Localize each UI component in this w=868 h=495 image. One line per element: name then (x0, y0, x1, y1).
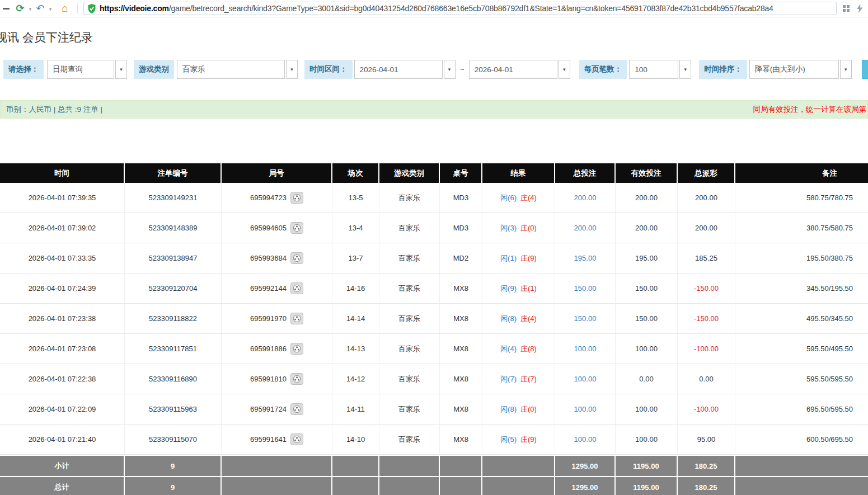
extensions-grid-icon[interactable] (843, 5, 850, 12)
refresh-icon[interactable]: ⟳ (15, 2, 26, 15)
cell-round: 695994605 (222, 213, 332, 243)
video-replay-icon[interactable] (290, 343, 303, 355)
result-banker: 庄(9) (520, 253, 537, 263)
subtotal-count: 9 (125, 456, 222, 476)
date-from-picker[interactable]: 2026-04-01 ▼ (354, 60, 456, 79)
total-bet-link[interactable]: 100.00 (574, 375, 597, 383)
refresh-menu-caret-icon[interactable]: ▾ (27, 7, 33, 12)
total-payout: 180.25 (678, 477, 735, 495)
video-replay-icon[interactable] (290, 192, 303, 204)
date-to-value: 2026-04-01 (469, 60, 557, 79)
cell-payout: 0.00 (678, 364, 735, 394)
chevron-down-icon[interactable]: ▼ (444, 60, 456, 79)
query-type-select[interactable]: 日期查询 ▼ (47, 60, 127, 79)
cell-payout: -100.00 (678, 394, 735, 425)
subtotal-row: 小计 9 1295.00 1195.00 180.25 (0, 456, 868, 476)
round-number: 695991886 (250, 345, 287, 353)
header-total-bet: 总投注 (555, 163, 616, 183)
undo-icon[interactable]: ↶ (35, 2, 46, 15)
security-shield-icon (88, 4, 96, 13)
header-result: 结果 (482, 163, 555, 183)
cell-valid-bet: 200.00 (616, 183, 678, 213)
total-bet-link[interactable]: 100.00 (574, 405, 597, 413)
cell-payout: 200.00 (678, 213, 735, 243)
cell-result: 闲(4) 庄(8) (482, 334, 555, 364)
cell-session: 14-12 (332, 364, 379, 394)
page-size-value: 100 (629, 60, 678, 79)
subtotal-payout: 180.25 (678, 456, 735, 476)
summary-notice: 同局有效投注，统一计算在该局第 (753, 105, 867, 115)
chevron-down-icon[interactable]: ▼ (840, 60, 852, 79)
round-number: 695993684 (250, 254, 287, 262)
cell-time: 2026-04-01 07:39:35 (0, 183, 125, 213)
video-replay-icon[interactable] (290, 313, 303, 324)
header-bet-id: 注单编号 (125, 163, 222, 183)
total-bet-link[interactable]: 100.00 (574, 345, 597, 353)
cell-result: 闲(5) 庄(9) (482, 425, 555, 455)
cell-total-bet: 200.00 (555, 213, 616, 243)
total-bet-link[interactable]: 100.00 (574, 435, 597, 444)
video-replay-icon[interactable] (290, 222, 303, 234)
cell-note: 595.50/595.50 (735, 364, 868, 394)
total-bet-link[interactable]: 200.00 (574, 194, 597, 202)
home-icon[interactable]: ⌂ (58, 2, 72, 15)
result-player: 闲(8) (500, 314, 517, 324)
cell-total-bet: 100.00 (555, 425, 616, 455)
url-domain: https://videoie.com (100, 4, 169, 13)
video-replay-icon[interactable] (290, 252, 303, 264)
cell-table: MX8 (440, 304, 482, 334)
total-bet-link[interactable]: 150.00 (574, 314, 597, 323)
chevron-down-icon[interactable]: ▼ (679, 60, 691, 79)
header-payout: 总派彩 (678, 163, 735, 183)
chevron-down-icon[interactable]: ▼ (286, 60, 298, 79)
undo-menu-caret-icon[interactable]: ▾ (48, 7, 53, 12)
cell-time: 2026-04-01 07:33:35 (0, 243, 125, 274)
video-replay-icon[interactable] (290, 373, 303, 385)
video-replay-icon[interactable] (290, 433, 303, 445)
browser-toolbar: ⟳ ▾ ↶ ▾ ⌂ https://videoie.com/game/betre… (0, 0, 868, 17)
video-replay-icon[interactable] (290, 282, 303, 294)
sort-order-select[interactable]: 降幂(由大到小) ▼ (749, 60, 852, 79)
cell-valid-bet: 100.00 (616, 334, 678, 364)
cell-game-type: 百家乐 (379, 243, 440, 274)
cell-game-type: 百家乐 (379, 304, 440, 334)
lightning-icon[interactable] (857, 4, 863, 13)
cell-result: 闲(8) 庄(0) (482, 394, 555, 425)
cell-time: 2026-04-01 07:22:09 (0, 394, 125, 425)
round-number: 695991641 (250, 435, 287, 444)
table-header-row: 时间 注单编号 局号 场次 游戏类别 桌号 结果 总投注 有效投注 总派彩 备注 (0, 163, 868, 183)
video-replay-icon[interactable] (290, 403, 303, 415)
query-type-value: 日期查询 (47, 60, 114, 79)
result-player: 闲(1) (500, 253, 517, 263)
cell-note: 345.50/195.50 (735, 274, 868, 304)
chevron-down-icon[interactable]: ▼ (559, 60, 570, 79)
cell-round: 695994723 (222, 183, 332, 213)
header-session: 场次 (332, 163, 379, 183)
header-game-type: 游戏类别 (379, 163, 440, 183)
cell-round: 695991970 (222, 304, 332, 334)
cell-payout: 185.25 (678, 243, 735, 274)
cell-total-bet: 100.00 (555, 394, 616, 425)
cell-game-type: 百家乐 (379, 213, 440, 243)
date-to-picker[interactable]: 2026-04-01 ▼ (469, 60, 570, 79)
round-number: 695994605 (250, 224, 287, 232)
game-type-select[interactable]: 百家乐 ▼ (177, 60, 298, 79)
cell-table: MX8 (440, 274, 482, 304)
result-player: 闲(7) (500, 374, 517, 384)
total-bet-link[interactable]: 150.00 (574, 284, 597, 293)
address-bar[interactable]: https://videoie.com/game/betrecord_searc… (83, 2, 837, 15)
total-count: 9 (125, 477, 222, 495)
cell-table: MD2 (440, 243, 482, 274)
page-size-select[interactable]: 100 ▼ (629, 60, 691, 79)
cell-total-bet: 150.00 (555, 304, 616, 334)
back-button-icon[interactable] (3, 8, 10, 10)
cell-note: 195.50/380.75 (735, 243, 868, 274)
total-bet-link[interactable]: 200.00 (574, 224, 597, 232)
header-valid-bet: 有效投注 (616, 163, 678, 183)
search-button[interactable]: 查询 (862, 60, 868, 79)
total-bet-link[interactable]: 195.00 (574, 254, 597, 262)
cell-bet-id: 523309116890 (125, 364, 222, 394)
summary-currency-count: 币别：人民币 | 总共 :9 注单 | (6, 105, 102, 115)
chevron-down-icon[interactable]: ▼ (115, 60, 127, 79)
cell-total-bet: 100.00 (555, 364, 616, 394)
